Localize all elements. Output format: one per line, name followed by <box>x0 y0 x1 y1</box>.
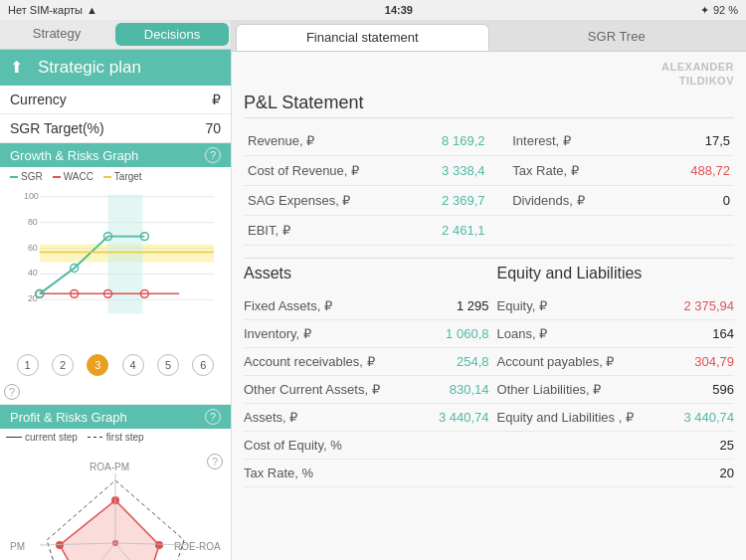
status-right: ✦ 92 % <box>700 4 738 17</box>
eq-label-2: Account payables, ₽ <box>489 354 661 369</box>
svg-text:ROA-PM: ROA-PM <box>90 462 129 472</box>
tab-strategy[interactable]: Strategy <box>0 20 113 49</box>
assets-row-4: Assets, ₽ 3 440,74 Equity and Liabilitie… <box>244 404 734 432</box>
assets-rows: Fixed Assets, ₽ 1 295 Equity, ₽ 2 375,94… <box>244 292 734 487</box>
target-legend: Target <box>103 171 142 182</box>
growth-section-header: Growth & Risks Graph ? <box>0 143 231 167</box>
sgr-legend-label: SGR <box>21 171 43 182</box>
svg-text:100: 100 <box>24 191 39 201</box>
pnl-value-2: 2 369,7 <box>430 185 488 215</box>
svg-text:PM: PM <box>10 541 25 552</box>
pnl-row-1: Cost of Revenue, ₽ 3 338,4 Tax Rate, ₽ 4… <box>244 155 734 185</box>
assets-value-4: 3 440,74 <box>416 410 489 425</box>
pnl-label2-1: Tax Rate, ₽ <box>508 155 665 185</box>
assets-row-0: Fixed Assets, ₽ 1 295 Equity, ₽ 2 375,94 <box>244 292 734 320</box>
pnl-label-1: Cost of Revenue, ₽ <box>244 155 430 185</box>
tax-rate-value: 20 <box>660 466 734 480</box>
watermark: ALEXANDERTILDIKOV <box>244 60 734 89</box>
wacc-legend: WACC <box>53 171 93 182</box>
sgr-legend-dot <box>10 176 18 178</box>
growth-bottom-row: ? <box>0 380 231 405</box>
profit-chart-container: ? PM ROA-PM ROE-ROA FL OL <box>0 446 231 560</box>
strategic-plan-title: Strategic plan <box>38 58 141 78</box>
tab-financial-statement[interactable]: Financial statement <box>236 24 489 51</box>
main-area: Strategy Decisions ⬆ Strategic plan Curr… <box>0 20 746 560</box>
growth-help-icon[interactable]: ? <box>205 147 221 163</box>
left-help-icon-1[interactable]: ? <box>4 384 20 400</box>
status-time: 14:39 <box>385 4 413 16</box>
pnl-value2-2: 0 <box>665 185 734 215</box>
profit-section-header: Profit & Risks Graph ? <box>0 405 231 429</box>
growth-chart-area: SGR WACC Target 100 80 60 40 20 <box>0 167 231 350</box>
first-step-legend: first step <box>88 432 144 443</box>
assets-label-2: Account receivables, ₽ <box>244 354 416 369</box>
target-legend-dot <box>103 176 111 178</box>
pnl-value2-3 <box>665 215 734 245</box>
cost-equity-label: Cost of Equity, % <box>244 438 416 453</box>
pnl-value2-0: 17,5 <box>665 126 734 156</box>
extra-row-1: Tax Rate, % 20 <box>244 460 734 487</box>
growth-section-title: Growth & Risks Graph <box>10 148 138 163</box>
growth-legend: SGR WACC Target <box>6 171 225 182</box>
status-bar: Нет SIM-карты ▲ 14:39 ✦ 92 % <box>0 0 746 20</box>
currency-label: Currency <box>10 92 67 107</box>
profit-legend: current step first step <box>0 429 231 446</box>
pnl-value-1: 3 338,4 <box>430 155 488 185</box>
assets-row-3: Other Current Assets, ₽ 830,14 Other Lia… <box>244 376 734 404</box>
assets-label-4: Assets, ₽ <box>244 410 416 425</box>
eq-label-0: Equity, ₽ <box>489 298 661 313</box>
pnl-value2-1: 488,72 <box>665 155 734 185</box>
period-3[interactable]: 3 <box>87 354 108 376</box>
svg-text:40: 40 <box>28 268 38 278</box>
assets-label-3: Other Current Assets, ₽ <box>244 382 416 397</box>
pnl-table: Revenue, ₽ 8 169,2 Interest, ₽ 17,5 Cost… <box>244 126 734 246</box>
tab-decisions[interactable]: Decisions <box>115 23 229 46</box>
right-tab-bar: Financial statement SGR Tree <box>232 20 746 52</box>
eq-value-4: 3 440,74 <box>660 410 734 425</box>
pnl-value-0: 8 169,2 <box>430 126 488 156</box>
svg-point-34 <box>56 541 64 549</box>
growth-chart-svg: 100 80 60 40 20 <box>6 184 225 343</box>
period-4[interactable]: 4 <box>122 354 144 376</box>
profit-right-help-icon[interactable]: ? <box>207 454 223 469</box>
profit-chart-svg: PM ROA-PM ROE-ROA FL OL <box>0 446 231 560</box>
assets-eq-headers: Assets Equity and Liabilities <box>244 258 734 288</box>
pnl-row-3: EBIT, ₽ 2 461,1 <box>244 215 734 245</box>
pnl-label2-2: Dividends, ₽ <box>508 185 665 215</box>
tab-sgr-tree[interactable]: SGR Tree <box>491 24 743 51</box>
upload-icon[interactable]: ⬆ <box>10 58 30 78</box>
equity-section-title: Equity and Liabilities <box>489 265 735 282</box>
currency-value: ₽ <box>212 92 221 107</box>
carrier-text: Нет SIM-карты <box>8 4 83 16</box>
first-step-label: first step <box>106 432 144 443</box>
period-2[interactable]: 2 <box>52 354 74 376</box>
sgr-legend: SGR <box>10 171 43 182</box>
profit-help-icon[interactable]: ? <box>205 409 221 425</box>
pnl-label-2: SAG Expenses, ₽ <box>244 185 430 215</box>
left-header: ⬆ Strategic plan <box>0 50 231 86</box>
period-5[interactable]: 5 <box>157 354 179 376</box>
status-left: Нет SIM-карты ▲ <box>8 4 97 16</box>
assets-section-title: Assets <box>244 265 489 282</box>
pnl-row-2: SAG Expenses, ₽ 2 369,7 Dividends, ₽ 0 <box>244 185 734 215</box>
period-6[interactable]: 6 <box>192 354 214 376</box>
target-legend-label: Target <box>114 171 142 182</box>
svg-point-31 <box>155 541 163 549</box>
period-1[interactable]: 1 <box>17 354 39 376</box>
pnl-row-0: Revenue, ₽ 8 169,2 Interest, ₽ 17,5 <box>244 126 734 156</box>
eq-value-2: 304,79 <box>660 354 734 369</box>
assets-value-3: 830,14 <box>416 382 489 397</box>
right-panel: Financial statement SGR Tree ALEXANDERTI… <box>232 20 746 560</box>
assets-label-0: Fixed Assets, ₽ <box>244 298 416 313</box>
pnl-label2-3 <box>508 215 665 245</box>
svg-text:ROE-ROA: ROE-ROA <box>174 541 221 552</box>
cost-equity-value: 25 <box>660 438 734 453</box>
assets-value-2: 254,8 <box>416 354 489 369</box>
wacc-legend-label: WACC <box>64 171 93 182</box>
sgr-target-value: 70 <box>205 120 221 136</box>
assets-row-1: Inventory, ₽ 1 060,8 Loans, ₽ 164 <box>244 320 734 348</box>
eq-value-1: 164 <box>660 326 734 341</box>
eq-value-3: 596 <box>660 382 734 397</box>
pnl-label-0: Revenue, ₽ <box>244 126 430 156</box>
battery-text: 92 % <box>713 4 738 16</box>
